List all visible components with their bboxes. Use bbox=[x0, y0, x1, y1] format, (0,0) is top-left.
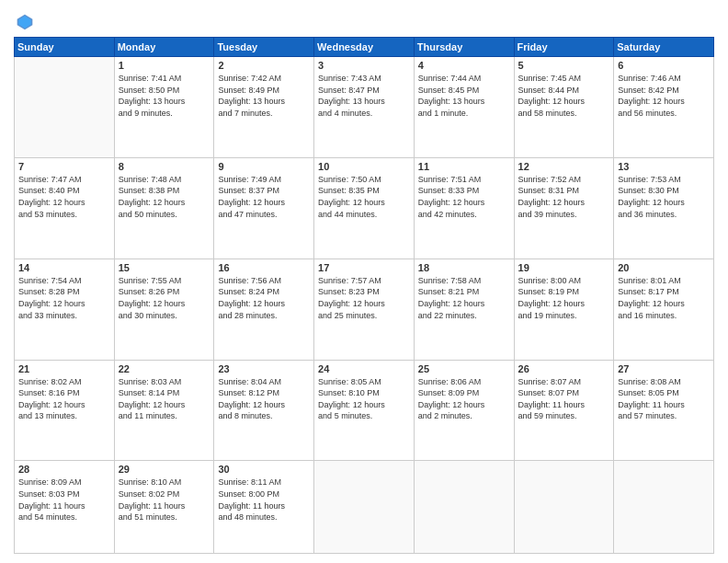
calendar-cell: 20Sunrise: 8:01 AM Sunset: 8:17 PM Dayli… bbox=[614, 259, 714, 360]
calendar-cell bbox=[514, 461, 614, 554]
weekday-header: Thursday bbox=[414, 38, 514, 57]
day-number: 23 bbox=[218, 363, 310, 374]
day-number: 24 bbox=[318, 363, 410, 374]
day-info: Sunrise: 8:06 AM Sunset: 8:09 PM Dayligh… bbox=[418, 376, 510, 422]
day-info: Sunrise: 7:51 AM Sunset: 8:33 PM Dayligh… bbox=[418, 174, 510, 220]
calendar-cell: 21Sunrise: 8:02 AM Sunset: 8:16 PM Dayli… bbox=[15, 360, 115, 461]
calendar-cell: 30Sunrise: 8:11 AM Sunset: 8:00 PM Dayli… bbox=[214, 461, 314, 554]
weekday-header: Tuesday bbox=[214, 38, 314, 57]
day-number: 22 bbox=[119, 363, 210, 374]
day-number: 29 bbox=[119, 464, 210, 475]
calendar-cell: 28Sunrise: 8:09 AM Sunset: 8:03 PM Dayli… bbox=[15, 461, 115, 554]
day-number: 16 bbox=[218, 262, 310, 273]
day-number: 27 bbox=[618, 363, 710, 374]
calendar-cell: 11Sunrise: 7:51 AM Sunset: 8:33 PM Dayli… bbox=[414, 157, 514, 259]
logo bbox=[14, 13, 34, 31]
calendar-cell: 8Sunrise: 7:48 AM Sunset: 8:38 PM Daylig… bbox=[114, 157, 214, 259]
day-number: 19 bbox=[518, 262, 610, 273]
calendar-cell: 18Sunrise: 7:58 AM Sunset: 8:21 PM Dayli… bbox=[414, 259, 514, 360]
day-info: Sunrise: 7:46 AM Sunset: 8:42 PM Dayligh… bbox=[618, 73, 710, 119]
day-number: 28 bbox=[18, 464, 110, 475]
day-number: 30 bbox=[218, 464, 310, 475]
calendar-cell: 25Sunrise: 8:06 AM Sunset: 8:09 PM Dayli… bbox=[414, 360, 514, 461]
day-info: Sunrise: 8:02 AM Sunset: 8:16 PM Dayligh… bbox=[18, 376, 110, 422]
day-number: 25 bbox=[418, 363, 510, 374]
day-info: Sunrise: 8:00 AM Sunset: 8:19 PM Dayligh… bbox=[518, 275, 610, 321]
day-info: Sunrise: 7:52 AM Sunset: 8:31 PM Dayligh… bbox=[518, 174, 610, 220]
calendar-cell: 5Sunrise: 7:45 AM Sunset: 8:44 PM Daylig… bbox=[514, 57, 614, 158]
weekday-header: Friday bbox=[514, 38, 614, 57]
calendar-cell: 7Sunrise: 7:47 AM Sunset: 8:40 PM Daylig… bbox=[15, 157, 115, 259]
calendar-cell: 19Sunrise: 8:00 AM Sunset: 8:19 PM Dayli… bbox=[514, 259, 614, 360]
day-info: Sunrise: 7:43 AM Sunset: 8:47 PM Dayligh… bbox=[318, 73, 410, 119]
day-info: Sunrise: 7:50 AM Sunset: 8:35 PM Dayligh… bbox=[318, 174, 410, 220]
day-number: 12 bbox=[518, 161, 610, 172]
calendar-cell: 29Sunrise: 8:10 AM Sunset: 8:02 PM Dayli… bbox=[114, 461, 214, 554]
calendar-cell bbox=[614, 461, 714, 554]
calendar-week-row: 21Sunrise: 8:02 AM Sunset: 8:16 PM Dayli… bbox=[15, 360, 714, 461]
day-number: 6 bbox=[618, 60, 710, 71]
weekday-header: Sunday bbox=[15, 38, 115, 57]
calendar-cell: 9Sunrise: 7:49 AM Sunset: 8:37 PM Daylig… bbox=[214, 157, 314, 259]
day-info: Sunrise: 8:11 AM Sunset: 8:00 PM Dayligh… bbox=[218, 477, 310, 523]
calendar-cell: 1Sunrise: 7:41 AM Sunset: 8:50 PM Daylig… bbox=[114, 57, 214, 158]
calendar-cell: 15Sunrise: 7:55 AM Sunset: 8:26 PM Dayli… bbox=[114, 259, 214, 360]
day-info: Sunrise: 8:05 AM Sunset: 8:10 PM Dayligh… bbox=[318, 376, 410, 422]
logo-text bbox=[14, 13, 34, 31]
day-info: Sunrise: 7:58 AM Sunset: 8:21 PM Dayligh… bbox=[418, 275, 510, 321]
day-number: 17 bbox=[318, 262, 410, 273]
day-info: Sunrise: 8:01 AM Sunset: 8:17 PM Dayligh… bbox=[618, 275, 710, 321]
calendar-cell: 6Sunrise: 7:46 AM Sunset: 8:42 PM Daylig… bbox=[614, 57, 714, 158]
calendar-cell bbox=[414, 461, 514, 554]
calendar-cell: 16Sunrise: 7:56 AM Sunset: 8:24 PM Dayli… bbox=[214, 259, 314, 360]
day-number: 14 bbox=[18, 262, 110, 273]
day-number: 1 bbox=[119, 60, 210, 71]
calendar-week-row: 1Sunrise: 7:41 AM Sunset: 8:50 PM Daylig… bbox=[15, 57, 714, 158]
day-number: 13 bbox=[618, 161, 710, 172]
day-number: 21 bbox=[18, 363, 110, 374]
day-info: Sunrise: 8:10 AM Sunset: 8:02 PM Dayligh… bbox=[119, 477, 210, 523]
calendar-week-row: 28Sunrise: 8:09 AM Sunset: 8:03 PM Dayli… bbox=[15, 461, 714, 554]
calendar-cell: 13Sunrise: 7:53 AM Sunset: 8:30 PM Dayli… bbox=[614, 157, 714, 259]
day-number: 5 bbox=[518, 60, 610, 71]
day-number: 18 bbox=[418, 262, 510, 273]
calendar-week-row: 14Sunrise: 7:54 AM Sunset: 8:28 PM Dayli… bbox=[15, 259, 714, 360]
day-info: Sunrise: 7:44 AM Sunset: 8:45 PM Dayligh… bbox=[418, 73, 510, 119]
day-number: 8 bbox=[119, 161, 210, 172]
page: SundayMondayTuesdayWednesdayThursdayFrid… bbox=[0, 0, 728, 563]
calendar-cell: 26Sunrise: 8:07 AM Sunset: 8:07 PM Dayli… bbox=[514, 360, 614, 461]
day-info: Sunrise: 8:08 AM Sunset: 8:05 PM Dayligh… bbox=[618, 376, 710, 422]
day-number: 4 bbox=[418, 60, 510, 71]
day-number: 7 bbox=[18, 161, 110, 172]
header bbox=[14, 9, 714, 31]
day-info: Sunrise: 7:54 AM Sunset: 8:28 PM Dayligh… bbox=[18, 275, 110, 321]
calendar-cell: 22Sunrise: 8:03 AM Sunset: 8:14 PM Dayli… bbox=[114, 360, 214, 461]
day-number: 20 bbox=[618, 262, 710, 273]
calendar-cell bbox=[314, 461, 415, 554]
calendar-cell bbox=[15, 57, 115, 158]
day-info: Sunrise: 8:03 AM Sunset: 8:14 PM Dayligh… bbox=[119, 376, 210, 422]
weekday-header: Monday bbox=[114, 38, 214, 57]
day-number: 26 bbox=[518, 363, 610, 374]
calendar-cell: 17Sunrise: 7:57 AM Sunset: 8:23 PM Dayli… bbox=[314, 259, 415, 360]
day-info: Sunrise: 7:47 AM Sunset: 8:40 PM Dayligh… bbox=[18, 174, 110, 220]
day-number: 10 bbox=[318, 161, 410, 172]
calendar-cell: 27Sunrise: 8:08 AM Sunset: 8:05 PM Dayli… bbox=[614, 360, 714, 461]
day-info: Sunrise: 8:04 AM Sunset: 8:12 PM Dayligh… bbox=[218, 376, 310, 422]
calendar-cell: 4Sunrise: 7:44 AM Sunset: 8:45 PM Daylig… bbox=[414, 57, 514, 158]
day-number: 11 bbox=[418, 161, 510, 172]
day-info: Sunrise: 7:53 AM Sunset: 8:30 PM Dayligh… bbox=[618, 174, 710, 220]
calendar-cell: 12Sunrise: 7:52 AM Sunset: 8:31 PM Dayli… bbox=[514, 157, 614, 259]
day-info: Sunrise: 7:42 AM Sunset: 8:49 PM Dayligh… bbox=[218, 73, 310, 119]
calendar-cell: 14Sunrise: 7:54 AM Sunset: 8:28 PM Dayli… bbox=[15, 259, 115, 360]
calendar-cell: 23Sunrise: 8:04 AM Sunset: 8:12 PM Dayli… bbox=[214, 360, 314, 461]
weekday-header: Saturday bbox=[614, 38, 714, 57]
day-info: Sunrise: 8:09 AM Sunset: 8:03 PM Dayligh… bbox=[18, 477, 110, 523]
logo-icon bbox=[16, 13, 34, 31]
day-number: 3 bbox=[318, 60, 410, 71]
day-info: Sunrise: 7:49 AM Sunset: 8:37 PM Dayligh… bbox=[218, 174, 310, 220]
calendar-cell: 2Sunrise: 7:42 AM Sunset: 8:49 PM Daylig… bbox=[214, 57, 314, 158]
day-number: 15 bbox=[119, 262, 210, 273]
calendar-cell: 24Sunrise: 8:05 AM Sunset: 8:10 PM Dayli… bbox=[314, 360, 415, 461]
calendar-cell: 3Sunrise: 7:43 AM Sunset: 8:47 PM Daylig… bbox=[314, 57, 415, 158]
